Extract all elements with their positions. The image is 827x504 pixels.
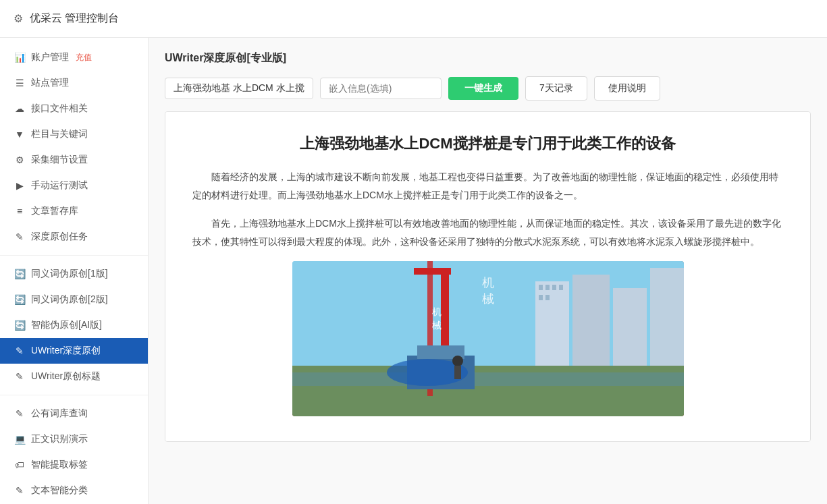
divider-1 (0, 255, 148, 256)
svg-rect-8 (559, 285, 563, 290)
sidebar-item-columns[interactable]: ▼ 栏目与关键词 (0, 121, 148, 147)
sidebar-label-text-class: 文本智能分类 (31, 484, 88, 497)
divider-2 (0, 395, 148, 395)
sidebar: 📊 账户管理 充值 ☰ 站点管理 ☁ 接口文件相关 ▼ 栏目与关键词 ⚙ 采集细… (0, 38, 149, 504)
play-icon: ▶ (14, 180, 26, 191)
svg-rect-2 (572, 275, 610, 369)
help-button[interactable]: 使用说明 (594, 76, 660, 101)
edit-icon: ✎ (14, 231, 26, 242)
refresh-icon-1: 🔄 (14, 269, 26, 279)
sidebar-label-sites: 站点管理 (31, 77, 69, 89)
svg-rect-22 (454, 366, 461, 379)
sidebar-item-uwriter-title[interactable]: ✎ UWriter原创标题 (0, 364, 148, 389)
sidebar-label-text-recog: 正文识别演示 (31, 433, 88, 445)
svg-text:械: 械 (432, 320, 442, 331)
sidebar-item-account[interactable]: 📊 账户管理 充值 (0, 45, 148, 70)
layout: 📊 账户管理 充值 ☰ 站点管理 ☁ 接口文件相关 ▼ 栏目与关键词 ⚙ 采集细… (0, 38, 827, 504)
sidebar-item-ai[interactable]: 🔄 智能伪原创[AI版] (0, 312, 148, 338)
embed-info-input[interactable] (320, 78, 442, 99)
sidebar-label-uwriter: UWriter深度原创 (31, 345, 101, 357)
app-title: 优采云 管理控制台 (30, 11, 119, 26)
sidebar-item-pseudo2[interactable]: 🔄 同义词伪原创[2版] (0, 287, 148, 312)
header: ⚙ 优采云 管理控制台 (0, 0, 827, 38)
sidebar-label-account: 账户管理 (31, 51, 69, 63)
article-para-2: 首先，上海强劲地基水上DCM水上搅拌桩可以有效地改善地面的物理性能，从而保证地面… (192, 215, 783, 250)
gear-icon: ⚙ (14, 12, 23, 25)
cloud-icon: ☁ (14, 103, 26, 114)
sidebar-item-deep[interactable]: ✎ 深度原创任务 (0, 224, 148, 250)
sidebar-label-collect: 采集细节设置 (31, 154, 88, 166)
generate-button[interactable]: 一键生成 (448, 77, 518, 100)
svg-rect-5 (539, 285, 543, 290)
keyword-input[interactable] (165, 78, 313, 99)
sidebar-group-1: 📊 账户管理 充值 ☰ 站点管理 ☁ 接口文件相关 ▼ 栏目与关键词 ⚙ 采集细… (0, 45, 148, 250)
sidebar-item-sites[interactable]: ☰ 站点管理 (0, 70, 148, 96)
refresh-icon-3: 🔄 (14, 320, 26, 331)
sidebar-label-uwriter-title: UWriter原创标题 (31, 370, 101, 383)
svg-rect-9 (539, 295, 543, 300)
filter-icon: ▼ (14, 129, 26, 140)
article-image: 机 械 (292, 261, 684, 416)
sidebar-label-pseudo1: 同义词伪原创[1版] (31, 268, 108, 280)
layers-icon: ≡ (14, 206, 26, 217)
svg-rect-12 (292, 372, 684, 386)
sidebar-item-draft[interactable]: ≡ 文章暂存库 (0, 198, 148, 224)
svg-rect-10 (545, 295, 550, 300)
article-title: 上海强劲地基水上DCM搅拌桩是专门用于此类工作的设备 (192, 132, 783, 155)
sidebar-item-interface[interactable]: ☁ 接口文件相关 (0, 96, 148, 121)
main-content: UWriter深度原创[专业版] 一键生成 7天记录 使用说明 上海强劲地基水上… (149, 38, 827, 504)
refresh-icon-2: 🔄 (14, 294, 26, 305)
svg-point-21 (452, 356, 463, 366)
settings-icon: ⚙ (14, 155, 26, 165)
sidebar-label-smart-tag: 智能提取标签 (31, 459, 88, 471)
history-button[interactable]: 7天记录 (525, 76, 587, 101)
sidebar-label-pseudo2: 同义词伪原创[2版] (31, 293, 108, 306)
tag-icon: 🏷 (14, 459, 26, 470)
svg-rect-6 (545, 285, 550, 290)
sidebar-item-uwriter[interactable]: ✎ UWriter深度原创 (0, 338, 148, 364)
sidebar-group-3: ✎ 公有词库查询 💻 正文识别演示 🏷 智能提取标签 ✎ 文本智能分类 (0, 401, 148, 503)
svg-rect-7 (552, 285, 556, 290)
svg-rect-4 (650, 268, 684, 369)
list-icon: ☰ (14, 78, 26, 88)
sidebar-item-run[interactable]: ▶ 手动运行测试 (0, 173, 148, 198)
svg-rect-1 (535, 281, 569, 369)
sidebar-label-deep: 深度原创任务 (31, 231, 88, 243)
edit-icon-3: ✎ (14, 371, 26, 382)
sidebar-label-draft: 文章暂存库 (31, 205, 78, 217)
article-container: 上海强劲地基水上DCM搅拌桩是专门用于此类工作的设备 随着经济的发展，上海的城市… (165, 111, 811, 442)
sidebar-item-text-class[interactable]: ✎ 文本智能分类 (0, 478, 148, 503)
sidebar-label-ai: 智能伪原创[AI版] (31, 319, 102, 331)
sidebar-label-columns: 栏目与关键词 (31, 128, 88, 140)
edit-icon-2: ✎ (14, 345, 26, 356)
svg-text:机: 机 (432, 306, 442, 317)
book-icon: ✎ (14, 408, 26, 419)
sidebar-item-smart-tag[interactable]: 🏷 智能提取标签 (0, 452, 148, 478)
article-para-1: 随着经济的发展，上海的城市建设不断向前发展，地基工程也变得日益重要。为了改善地面… (192, 168, 783, 204)
sidebar-label-company: 公有词库查询 (31, 408, 88, 420)
svg-rect-3 (613, 288, 647, 369)
sidebar-item-company[interactable]: ✎ 公有词库查询 (0, 401, 148, 426)
page-title: UWriter深度原创[专业版] (165, 51, 811, 65)
chart-icon: 📊 (14, 52, 26, 63)
sidebar-item-collect[interactable]: ⚙ 采集细节设置 (0, 147, 148, 173)
recharge-badge[interactable]: 充值 (76, 52, 92, 63)
sidebar-label-interface: 接口文件相关 (31, 103, 88, 115)
classify-icon: ✎ (14, 485, 26, 496)
sidebar-group-2: 🔄 同义词伪原创[1版] 🔄 同义词伪原创[2版] 🔄 智能伪原创[AI版] ✎… (0, 261, 148, 389)
sidebar-label-run: 手动运行测试 (31, 179, 88, 192)
sidebar-item-pseudo1[interactable]: 🔄 同义词伪原创[1版] (0, 261, 148, 287)
toolbar: 一键生成 7天记录 使用说明 (165, 76, 811, 101)
monitor-icon: 💻 (14, 434, 26, 445)
sidebar-item-text-recog[interactable]: 💻 正文识别演示 (0, 426, 148, 452)
